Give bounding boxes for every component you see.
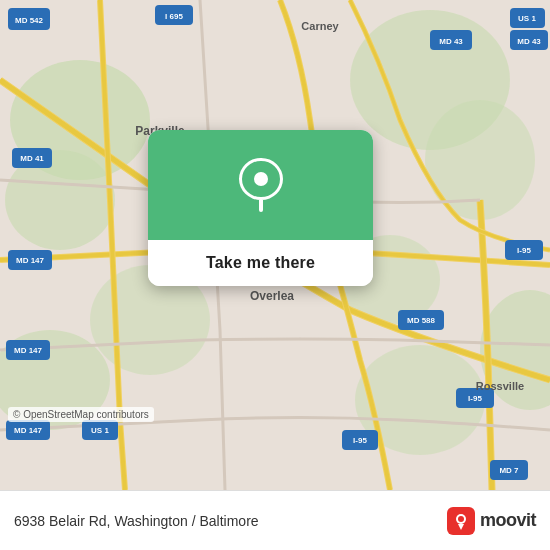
pin-tail — [259, 200, 263, 212]
pin-circle — [239, 158, 283, 200]
svg-text:Overlea: Overlea — [250, 289, 294, 303]
address-text: 6938 Belair Rd, Washington / Baltimore — [14, 513, 259, 529]
svg-text:MD 542: MD 542 — [15, 16, 44, 25]
svg-text:US 1: US 1 — [91, 426, 109, 435]
svg-text:MD 43: MD 43 — [517, 37, 541, 46]
svg-text:Rossville: Rossville — [476, 380, 524, 392]
svg-point-45 — [458, 516, 464, 522]
svg-text:I-95: I-95 — [468, 394, 482, 403]
location-pin — [239, 158, 283, 212]
moovit-icon — [447, 507, 475, 535]
svg-text:MD 147: MD 147 — [14, 346, 43, 355]
pin-dot — [254, 172, 268, 186]
svg-text:I-95: I-95 — [353, 436, 367, 445]
svg-text:MD 588: MD 588 — [407, 316, 436, 325]
svg-text:MD 147: MD 147 — [14, 426, 43, 435]
popup-card: Take me there — [148, 130, 373, 286]
svg-text:MD 41: MD 41 — [20, 154, 44, 163]
popup-map-top — [148, 130, 373, 240]
svg-text:MD 7: MD 7 — [499, 466, 519, 475]
take-me-there-button[interactable]: Take me there — [148, 240, 373, 286]
moovit-logo: moovit — [447, 507, 536, 535]
svg-text:Carney: Carney — [301, 20, 339, 32]
moovit-text: moovit — [480, 510, 536, 531]
svg-text:US 1: US 1 — [518, 14, 536, 23]
map-container: MD 542 I 695 US 1 MD 43 MD 43 MD 41 MD 1… — [0, 0, 550, 490]
svg-text:MD 43: MD 43 — [439, 37, 463, 46]
svg-text:I 695: I 695 — [165, 12, 183, 21]
footer-bar: 6938 Belair Rd, Washington / Baltimore m… — [0, 490, 550, 550]
svg-text:I-95: I-95 — [517, 246, 531, 255]
svg-text:MD 147: MD 147 — [16, 256, 45, 265]
svg-marker-46 — [458, 524, 464, 530]
osm-credit: © OpenStreetMap contributors — [8, 407, 154, 422]
